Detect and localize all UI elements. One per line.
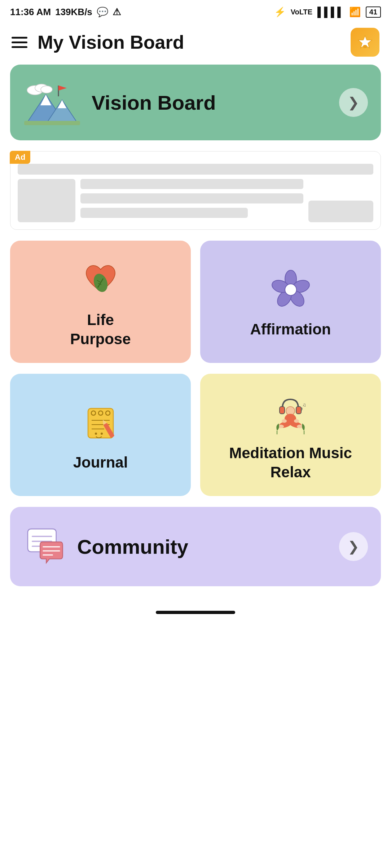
main-content: Vision Board ❯ Ad	[0, 65, 391, 601]
ad-line-2	[80, 193, 303, 203]
bluetooth-icon: ⚡	[274, 6, 286, 18]
ad-placeholder-row2	[18, 179, 373, 222]
status-network: 139KB/s	[55, 6, 92, 18]
lte-icon: VoLTE	[291, 8, 312, 16]
premium-star-button[interactable]	[351, 28, 379, 57]
warning-icon: ⚠	[113, 6, 121, 18]
affirmation-icon	[269, 268, 312, 311]
svg-point-41	[282, 419, 287, 423]
ad-label: Ad	[10, 151, 30, 164]
meditation-label: Meditation MusicRelax	[229, 444, 352, 482]
ad-line-3	[80, 208, 248, 218]
community-icon	[23, 525, 66, 568]
app-header: My Vision Board	[0, 21, 391, 65]
svg-rect-1	[363, 45, 367, 48]
svg-point-30	[101, 433, 103, 435]
grid-row-1: LifePurpose Affirmation	[10, 241, 381, 363]
mountain-icon	[23, 79, 81, 126]
community-left: Community	[23, 525, 188, 568]
home-indicator	[0, 601, 391, 621]
grid-row-2: Journal	[10, 374, 381, 496]
status-time: 11:36 AM	[10, 6, 51, 18]
ad-side-block	[308, 201, 373, 222]
hamburger-line-3	[12, 46, 27, 48]
community-label: Community	[77, 535, 188, 558]
life-purpose-icon	[79, 259, 122, 302]
journal-label: Journal	[73, 453, 128, 472]
svg-point-42	[294, 419, 299, 423]
hamburger-line-1	[12, 37, 27, 39]
whatsapp-icon: 💬	[97, 6, 108, 18]
ad-line-1	[80, 179, 303, 189]
vision-board-arrow[interactable]: ❯	[339, 88, 368, 117]
life-purpose-card[interactable]: LifePurpose	[10, 241, 191, 363]
ad-banner: Ad	[10, 151, 381, 230]
community-card[interactable]: Community ❯	[10, 507, 381, 586]
svg-point-21	[285, 284, 296, 295]
community-arrow[interactable]: ❯	[339, 532, 368, 561]
vision-board-card[interactable]: Vision Board ❯	[10, 65, 381, 140]
battery-icon: 41	[366, 6, 381, 18]
hamburger-menu[interactable]	[12, 37, 27, 48]
home-bar	[156, 611, 235, 614]
svg-rect-11	[24, 121, 80, 125]
star-icon	[357, 34, 373, 50]
svg-point-29	[95, 433, 97, 435]
journal-card[interactable]: Journal	[10, 374, 191, 496]
status-left: 11:36 AM 139KB/s 💬 ⚠	[10, 6, 121, 18]
svg-marker-6	[58, 86, 67, 91]
ad-text-lines	[80, 179, 303, 222]
meditation-card[interactable]: ♪ ♫ Meditation MusicRelax	[200, 374, 381, 496]
ad-placeholder-row1	[18, 164, 373, 175]
vision-board-label: Vision Board	[92, 91, 216, 114]
life-purpose-label: LifePurpose	[70, 311, 131, 348]
journal-icon	[79, 401, 122, 444]
affirmation-label: Affirmation	[250, 320, 331, 339]
ad-content	[18, 164, 373, 222]
ad-thumbnail	[18, 179, 75, 222]
header-left: My Vision Board	[12, 31, 184, 53]
status-right: ⚡ VoLTE ▌▌▌▌ 📶 41	[274, 6, 381, 18]
signal-icon: ▌▌▌▌	[317, 6, 344, 18]
page-title: My Vision Board	[38, 31, 184, 53]
hamburger-line-2	[12, 41, 27, 43]
wifi-icon: 📶	[349, 6, 361, 18]
status-bar: 11:36 AM 139KB/s 💬 ⚠ ⚡ VoLTE ▌▌▌▌ 📶 41	[0, 0, 391, 21]
svg-rect-33	[280, 407, 285, 414]
affirmation-card[interactable]: Affirmation	[200, 241, 381, 363]
meditation-icon: ♪ ♫	[269, 392, 312, 435]
vision-board-left: Vision Board	[23, 79, 216, 126]
svg-text:♫: ♫	[302, 402, 306, 408]
svg-point-4	[41, 86, 52, 93]
